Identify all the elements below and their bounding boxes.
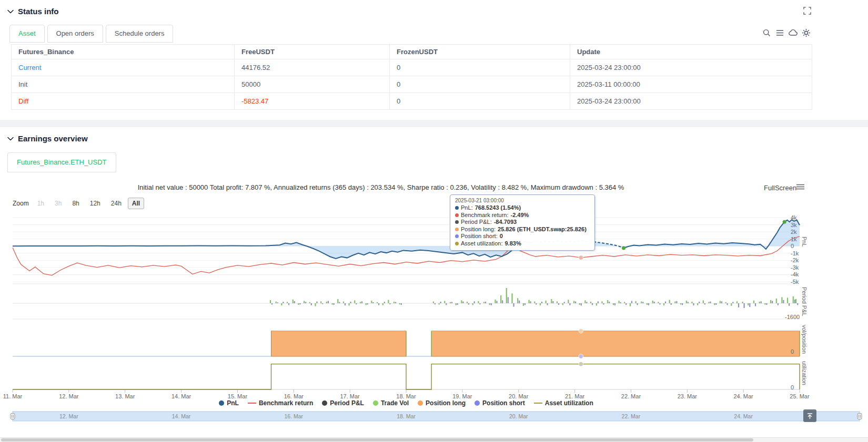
pnl-tick-2k: -2k (791, 257, 799, 263)
scrollbar-thumb[interactable] (1, 438, 753, 441)
legend-marker-position-long (418, 400, 423, 406)
x-tick-20-mar: 20. Mar (502, 393, 536, 399)
back-to-top-button[interactable] (803, 409, 816, 422)
x-tick-19-mar: 19. Mar (446, 393, 479, 399)
utilization-axis-title: utilization (801, 361, 808, 385)
navigator-label-18-mar: 18. Mar (392, 413, 420, 419)
tooltip-dot (455, 220, 459, 224)
legend-marker-period-p-l (322, 400, 327, 406)
tooltip-dot (455, 234, 459, 238)
chart-legend: PnLBenchmark returnPeriod P&LTrade VolPo… (13, 399, 800, 407)
tooltip-dot (455, 228, 459, 231)
legend-marker-asset-utilization (534, 403, 542, 404)
legend-item-position-short[interactable]: Position short (475, 399, 525, 407)
navigator-label-14-mar: 14. Mar (167, 413, 196, 419)
legend-marker-benchmark-return (248, 403, 256, 404)
tooltip-row-position-short: Position short: 0 (455, 233, 590, 240)
pnl-tick-1k: 1k (791, 236, 797, 242)
x-tick-23-mar: 23. Mar (670, 393, 704, 399)
tooltip-row-period-p-l: Period P&L: -84.7093 (455, 219, 590, 226)
pnl-tick-2k: 2k (791, 229, 797, 235)
x-tick-18-mar: 18. Mar (389, 393, 423, 399)
pnl-tick-0: 0 (791, 243, 794, 249)
chart-tooltip: 2025-03-21 03:00:00 PnL: 768.5243 (1.54%… (450, 194, 595, 251)
pnl-tick-4k: -4k (791, 271, 799, 277)
period-pnl-axis-title: Period P&L (801, 287, 808, 316)
period-pnl-axis-min: -1600 (785, 314, 800, 320)
horizontal-scrollbar[interactable] (0, 437, 868, 442)
earnings-chart[interactable] (0, 0, 868, 442)
tooltip-row-asset-utilization: Asset utilization: 9.83% (455, 240, 590, 248)
legend-item-position-long[interactable]: Position long (418, 399, 466, 407)
tooltip-row-position-long: Position long: 25.826 (ETH_USDT.swap:25.… (455, 226, 590, 233)
legend-marker-trade-vol (373, 400, 378, 406)
x-tick-12-mar: 12. Mar (52, 393, 86, 399)
tooltip-dot (455, 242, 459, 245)
legend-item-benchmark-return[interactable]: Benchmark return (248, 399, 313, 407)
tooltip-row-benchmark-return: Benchmark return: -2.49% (455, 212, 590, 219)
pnl-tick-5k: -5k (791, 279, 799, 285)
legend-marker-pnl (219, 400, 224, 406)
legend-item-trade-vol[interactable]: Trade Vol (373, 399, 409, 407)
pnl-axis-title: PnL (801, 237, 808, 247)
x-tick-22-mar: 22. Mar (614, 393, 648, 399)
pnl-tick-1k: -1k (791, 250, 799, 256)
legend-item-pnl[interactable]: PnL (219, 399, 239, 407)
pnl-tick-3k: -3k (791, 264, 799, 271)
utilization-axis-min: 0 (791, 384, 794, 390)
tooltip-dot (455, 206, 459, 210)
x-tick-14-mar: 14. Mar (165, 393, 198, 399)
navigator-label-24-mar: 24. Mar (729, 413, 758, 419)
navigator-label-12-mar: 12. Mar (55, 413, 83, 419)
trading-dashboard: Status info AssetOpen ordersSchedule ord… (0, 0, 868, 442)
tooltip-dot (455, 213, 459, 217)
tooltip-row-pnl: PnL: 768.5243 (1.54%) (455, 204, 590, 212)
legend-marker-position-short (475, 400, 480, 406)
x-tick-25-mar: 25. Mar (783, 393, 816, 399)
pnl-tick-3k: 3k (791, 222, 797, 228)
vol-position-axis-min: 0 (791, 348, 794, 355)
x-tick-16-mar: 16. Mar (277, 393, 310, 399)
x-tick-15-mar: 15. Mar (220, 393, 254, 399)
x-tick-17-mar: 17. Mar (333, 393, 367, 399)
legend-item-period-p-l[interactable]: Period P&L (322, 399, 364, 407)
x-tick-24-mar: 24. Mar (726, 393, 760, 399)
navigator-label-20-mar: 20. Mar (504, 413, 533, 419)
navigator-label-22-mar: 22. Mar (617, 413, 645, 419)
x-tick-11-mar: 11. Mar (0, 393, 29, 399)
x-tick-13-mar: 13. Mar (108, 393, 142, 399)
pnl-tick-4k: 4k (791, 214, 797, 221)
vol-position-axis-title: vol/position (801, 325, 808, 354)
x-tick-21-mar: 21. Mar (558, 393, 592, 399)
navigator-label-16-mar: 16. Mar (279, 413, 308, 419)
legend-item-asset-utilization[interactable]: Asset utilization (534, 399, 593, 407)
tooltip-timestamp: 2025-03-21 03:00:00 (455, 198, 590, 203)
